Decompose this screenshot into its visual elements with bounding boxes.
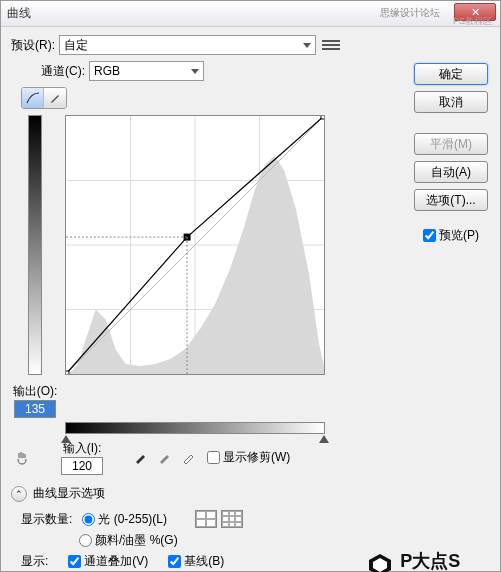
show-clipping-checkbox[interactable]: 显示修剪(W)	[207, 449, 290, 466]
curve-tools	[21, 87, 67, 109]
channel-select[interactable]: RGB	[89, 61, 204, 81]
pigment-radio[interactable]: 颜料/油墨 %(G)	[79, 532, 178, 549]
input-field[interactable]	[61, 457, 103, 475]
input-gradient-row	[65, 422, 490, 434]
channel-label: 通道(C):	[41, 63, 85, 80]
channel-select-wrap[interactable]: RGB	[89, 61, 204, 81]
cancel-button[interactable]: 取消	[414, 91, 488, 113]
black-eyedropper-icon[interactable]	[131, 449, 149, 467]
hand-tool-icon[interactable]	[11, 447, 33, 469]
dialog-title: 曲线	[7, 5, 31, 22]
show-clipping-input[interactable]	[207, 451, 220, 464]
preview-checkbox[interactable]: 预览(P)	[423, 227, 479, 244]
output-column: 输出(O):	[11, 115, 59, 418]
watermark-logo-icon	[366, 551, 394, 572]
button-sidebar: 确定 取消 平滑(M) 自动(A) 选项(T)... 预览(P)	[414, 63, 488, 244]
input-row: 输入(I): 显示修剪(W)	[11, 440, 490, 475]
channel-overlay-checkbox[interactable]: 通道叠加(V)	[68, 553, 148, 570]
curve-options-header: ⌃ 曲线显示选项	[11, 485, 490, 502]
point-tool[interactable]	[22, 88, 44, 108]
curve-graph[interactable]	[65, 115, 325, 375]
light-radio[interactable]: 光 (0-255)(L)	[82, 511, 167, 528]
display-amount-label: 显示数量:	[21, 511, 72, 528]
smooth-button[interactable]: 平滑(M)	[414, 133, 488, 155]
white-slider[interactable]	[319, 435, 329, 443]
ok-button[interactable]: 确定	[414, 63, 488, 85]
auto-button[interactable]: 自动(A)	[414, 161, 488, 183]
grid-coarse-icon[interactable]	[195, 510, 217, 528]
titlebar[interactable]: 曲线 思缘设计论坛 ✕ PS教程区	[1, 1, 500, 27]
display-amount-row: 显示数量: 光 (0-255)(L)	[21, 510, 490, 528]
white-eyedropper-icon[interactable]	[179, 449, 197, 467]
dialog-body: 预设(R): 自定 通道(C): RGB	[1, 27, 500, 572]
input-gradient[interactable]	[65, 422, 325, 434]
pigment-row: 颜料/油墨 %(G)	[79, 532, 490, 549]
preview-input[interactable]	[423, 229, 436, 242]
preset-label: 预设(R):	[11, 37, 55, 54]
eyedropper-group	[131, 449, 197, 467]
baseline-checkbox[interactable]: 基线(B)	[168, 553, 224, 570]
collapse-toggle-icon[interactable]: ⌃	[11, 486, 27, 502]
svg-rect-7	[66, 371, 69, 374]
show-label: 显示:	[21, 553, 48, 570]
output-label: 输出(O):	[13, 383, 58, 400]
gray-eyedropper-icon[interactable]	[155, 449, 173, 467]
curves-dialog: 曲线 思缘设计论坛 ✕ PS教程区 预设(R): 自定 通道(C): RGB	[0, 0, 501, 572]
preset-menu-icon[interactable]	[322, 37, 340, 53]
watermark-top: 思缘设计论坛	[380, 6, 440, 20]
options-button[interactable]: 选项(T)...	[414, 189, 488, 211]
preset-select-wrap[interactable]: 自定	[59, 35, 316, 55]
watermark: P大点S 专注Photoshop教程	[366, 549, 488, 572]
pencil-tool[interactable]	[44, 88, 66, 108]
output-field[interactable]	[14, 400, 56, 418]
preset-select[interactable]: 自定	[59, 35, 316, 55]
grid-size-icons	[195, 510, 243, 528]
grid-fine-icon[interactable]	[221, 510, 243, 528]
black-slider[interactable]	[61, 435, 71, 443]
svg-rect-9	[321, 116, 324, 119]
output-gradient	[28, 115, 42, 375]
